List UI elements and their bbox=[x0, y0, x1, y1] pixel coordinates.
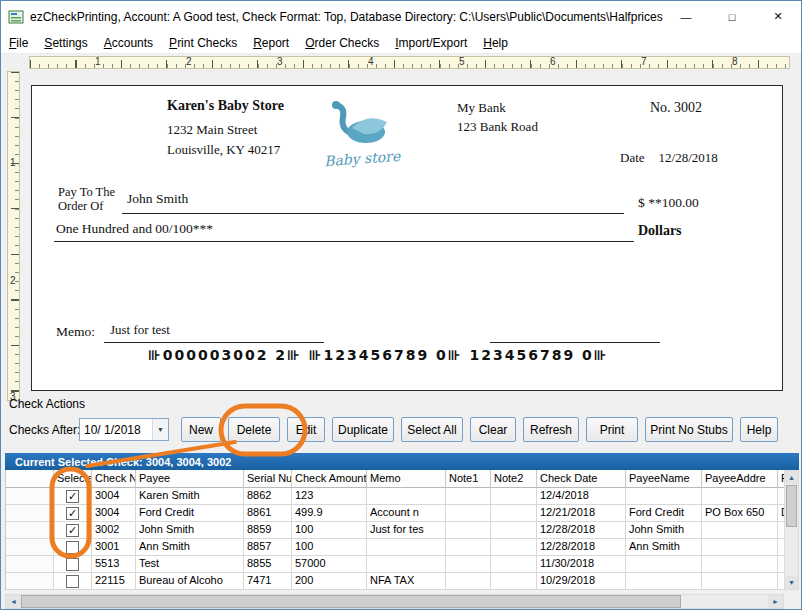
row-selector[interactable] bbox=[6, 573, 54, 590]
row-selector[interactable] bbox=[6, 505, 54, 522]
table-row[interactable]: 22115 Bureau of Alcoho 7471 200 NFA TAX … bbox=[6, 573, 784, 590]
maximize-button[interactable]: □ bbox=[709, 1, 755, 32]
menu-import-export[interactable]: Import/Export bbox=[387, 32, 475, 53]
grid-cell: Ford Credit bbox=[626, 505, 702, 522]
grid-cell: 499.9 bbox=[292, 505, 367, 522]
column-header[interactable]: PayeeName bbox=[626, 470, 702, 488]
minimize-button[interactable]: — bbox=[663, 1, 709, 32]
row-select-checkbox[interactable] bbox=[66, 490, 79, 503]
menu-accounts[interactable]: Accounts bbox=[96, 32, 161, 53]
check-number: No. 3002 bbox=[650, 100, 702, 116]
ruler-number: 5 bbox=[459, 56, 465, 67]
scroll-right-icon[interactable]: ► bbox=[768, 595, 783, 608]
table-row[interactable]: 5513 Test 8855 57000 11/30/2018 bbox=[6, 556, 784, 573]
duplicate-button[interactable]: Duplicate bbox=[332, 417, 394, 442]
column-header[interactable]: Selected bbox=[54, 470, 92, 488]
grid-cell: 8857 bbox=[244, 539, 292, 556]
column-header[interactable]: Payee bbox=[136, 470, 244, 488]
grid-vertical-scrollbar[interactable]: ▲ ▼ bbox=[784, 470, 799, 590]
menu-item-label: Import/Export bbox=[395, 36, 467, 50]
clear-button[interactable]: Clear bbox=[470, 417, 516, 442]
column-header[interactable]: Check Date bbox=[537, 470, 626, 488]
window-controls: — □ ✕ bbox=[663, 1, 801, 32]
grid-cell: 100 bbox=[292, 522, 367, 539]
grid-cell bbox=[446, 573, 491, 590]
new-button[interactable]: New bbox=[181, 417, 221, 442]
row-selector[interactable] bbox=[6, 522, 54, 539]
memo-value: Just for test bbox=[110, 322, 170, 338]
menu-help[interactable]: Help bbox=[475, 32, 516, 53]
column-header[interactable]: Check Amount bbox=[292, 470, 367, 488]
column-header[interactable]: Note1 bbox=[446, 470, 491, 488]
grid-cell: NFA TAX bbox=[367, 573, 446, 590]
grid-cell: 100 bbox=[292, 539, 367, 556]
row-selector[interactable] bbox=[6, 488, 54, 505]
scroll-up-icon[interactable]: ▲ bbox=[785, 471, 798, 484]
grid-cell bbox=[702, 522, 778, 539]
row-select-checkbox[interactable] bbox=[66, 575, 79, 588]
column-header[interactable]: Serial Num bbox=[244, 470, 292, 488]
grid-cell: Ann Smith bbox=[626, 539, 702, 556]
column-header[interactable]: Note2 bbox=[491, 470, 537, 488]
chevron-down-icon[interactable]: ▼ bbox=[152, 419, 168, 440]
row-select-checkbox[interactable] bbox=[66, 524, 79, 537]
check-actions-toolbar: New Delete Edit Duplicate Select All Cle… bbox=[181, 417, 778, 442]
grid-cell bbox=[54, 505, 92, 522]
table-row[interactable]: 3004 Karen Smith 8862 123 12/4/2018 bbox=[6, 488, 784, 505]
close-button[interactable]: ✕ bbox=[755, 1, 801, 32]
ruler-number: 1 bbox=[10, 157, 16, 168]
check-date: Date12/28/2018 bbox=[620, 150, 718, 166]
column-header[interactable]: Memo bbox=[367, 470, 446, 488]
grid-cell: 3001 bbox=[92, 539, 136, 556]
grid-cell: John Smith bbox=[136, 522, 244, 539]
table-row[interactable]: 3001 Ann Smith 8857 100 12/28/2018 Ann S… bbox=[6, 539, 784, 556]
table-header-row: Selected Check Nu Payee Serial Num Check… bbox=[6, 470, 784, 488]
row-selector-header[interactable] bbox=[6, 470, 54, 488]
grid-cell: 12/4/2018 bbox=[537, 488, 626, 505]
scroll-left-icon[interactable]: ◄ bbox=[6, 595, 21, 608]
table-row[interactable]: 3004 Ford Credit 8861 499.9 Account n 12… bbox=[6, 505, 784, 522]
row-selector[interactable] bbox=[6, 556, 54, 573]
edit-button[interactable]: Edit bbox=[287, 417, 325, 442]
scroll-down-icon[interactable]: ▼ bbox=[785, 576, 798, 589]
table-row[interactable]: 3002 John Smith 8859 100 Just for tes 12… bbox=[6, 522, 784, 539]
column-header[interactable]: Check Nu bbox=[92, 470, 136, 488]
date-label: Date bbox=[620, 150, 645, 165]
checks-after-dropdown[interactable]: 10/ 1/2018 ▼ bbox=[79, 418, 169, 441]
grid-cell bbox=[446, 505, 491, 522]
grid-cell bbox=[626, 556, 702, 573]
payee-line bbox=[122, 213, 624, 214]
grid-cell: 12/28/2018 bbox=[537, 522, 626, 539]
menu-order-checks[interactable]: Order Checks bbox=[297, 32, 387, 53]
vertical-scroll-thumb[interactable] bbox=[786, 485, 797, 527]
grid-cell: 3004 bbox=[92, 488, 136, 505]
date-value: 12/28/2018 bbox=[659, 150, 718, 165]
menu-report[interactable]: Report bbox=[245, 32, 297, 53]
check-preview: Karen's Baby Store 1232 Main Street Loui… bbox=[31, 85, 783, 391]
grid-cell bbox=[367, 556, 446, 573]
horizontal-scroll-thumb[interactable] bbox=[21, 595, 681, 608]
delete-button[interactable]: Delete bbox=[228, 417, 280, 442]
grid-horizontal-scrollbar[interactable]: ◄ ► bbox=[5, 594, 784, 609]
grid-cell: 8859 bbox=[244, 522, 292, 539]
column-header[interactable]: PayeeAddre bbox=[702, 470, 778, 488]
company-address-line1: 1232 Main Street bbox=[167, 122, 257, 138]
print-no-stubs-button[interactable]: Print No Stubs bbox=[645, 417, 733, 442]
help-button[interactable]: Help bbox=[740, 417, 778, 442]
row-select-checkbox[interactable] bbox=[66, 541, 79, 554]
row-select-checkbox[interactable] bbox=[66, 507, 79, 520]
menu-settings[interactable]: Settings bbox=[36, 32, 95, 53]
refresh-button[interactable]: Refresh bbox=[523, 417, 579, 442]
grid-cell: 8862 bbox=[244, 488, 292, 505]
row-select-checkbox[interactable] bbox=[66, 558, 79, 571]
select-all-button[interactable]: Select All bbox=[401, 417, 463, 442]
grid-cell bbox=[702, 539, 778, 556]
print-button[interactable]: Print bbox=[586, 417, 638, 442]
selected-check-caption: Current Selected Check: 3004, 3004, 3002 bbox=[5, 453, 799, 470]
grid-cell: 123 bbox=[292, 488, 367, 505]
menu-print-checks[interactable]: Print Checks bbox=[161, 32, 245, 53]
menu-file[interactable]: File bbox=[1, 32, 36, 53]
grid-cell: John Smith bbox=[626, 522, 702, 539]
row-selector[interactable] bbox=[6, 539, 54, 556]
micr-line: ⊪000003002 2⊪ ⊪123456789 0⊪ 123456789 0⊪ bbox=[148, 347, 609, 363]
